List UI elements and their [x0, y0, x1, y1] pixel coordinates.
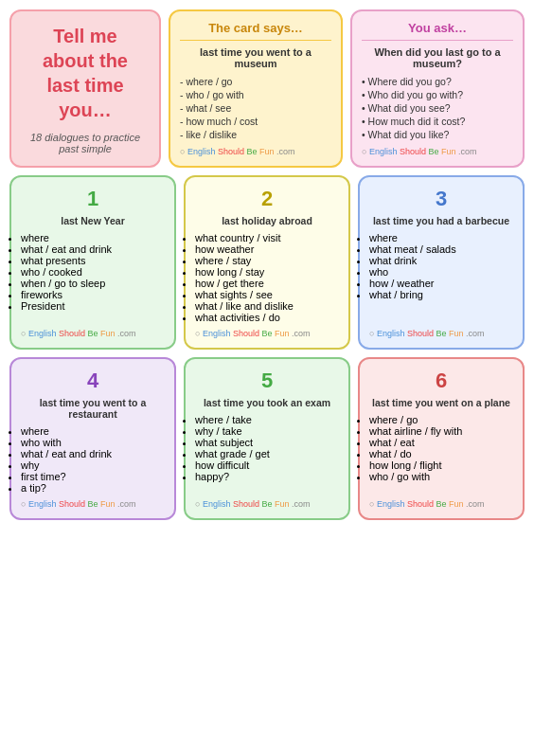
list-item: fireworks [21, 289, 165, 300]
title-text: Tell me about the last time you… [43, 24, 128, 122]
card-3-list: wherewhat meat / saladswhat drinkwhohow … [369, 232, 513, 300]
card-1-title: last New Year [21, 215, 165, 226]
card-2-title: last holiday abroad [195, 215, 339, 226]
list-item: why / take [195, 425, 339, 437]
list-item: how / weather [369, 278, 513, 289]
card-6-list: where / gowhat airline / fly withwhat / … [369, 414, 513, 482]
card-says-brand: ○ English Should Be Fun .com [180, 141, 331, 156]
card-2: 2 last holiday abroad what country / vis… [184, 175, 350, 350]
list-item: where [369, 232, 513, 243]
card-4-brand: ○ English Should Be Fun .com [21, 494, 165, 509]
you-ask-card: You ask… When did you last go to a museu… [350, 9, 525, 168]
you-ask-subtitle: When did you last go to a museum? [362, 46, 513, 69]
list-item: first time? [21, 471, 165, 482]
card-4-title: last time you went to a restaurant [21, 397, 165, 420]
list-item: where [21, 232, 165, 243]
title-subtitle: 18 dialogues to practice past simple [21, 132, 150, 154]
card-4-number: 4 [21, 369, 165, 393]
card-5: 5 last time you took an exam where / tak… [184, 357, 350, 520]
list-item: what / do [369, 448, 513, 459]
card-says-subtitle: last time you went to a museum [180, 46, 331, 69]
middle-row: 1 last New Year wherewhat / eat and drin… [9, 175, 525, 350]
list-item: what / bring [369, 289, 513, 300]
list-item: what subject [195, 437, 339, 448]
list-item: what / eat and drink [21, 448, 165, 459]
card-4-list: wherewho withwhat / eat and drinkwhyfirs… [21, 425, 165, 494]
list-item: what meat / salads [369, 243, 513, 255]
list-item: who / cooked [21, 266, 165, 278]
card-1-list: wherewhat / eat and drinkwhat presentswh… [21, 232, 165, 312]
card-2-list: what country / visithow weatherwhere / s… [195, 232, 339, 323]
list-item: a tip? [21, 482, 165, 494]
list-item: what / eat and drink [21, 243, 165, 255]
you-ask-brand: ○ English Should Be Fun .com [362, 141, 513, 156]
card-4: 4 last time you went to a restaurant whe… [9, 357, 176, 520]
list-item: President [21, 300, 165, 312]
list-item: what / see [180, 101, 331, 115]
list-item: where / take [195, 414, 339, 425]
card-says-list: where / gowho / go withwhat / seehow muc… [180, 75, 331, 141]
list-item: happy? [195, 471, 339, 482]
card-says-header: The card says… [180, 21, 331, 41]
card-3-brand: ○ English Should Be Fun .com [369, 323, 513, 338]
top-row: Tell me about the last time you… 18 dial… [9, 9, 525, 168]
you-ask-list: Where did you go?Who did you go with?Wha… [362, 75, 513, 141]
list-item: how long / flight [369, 459, 513, 471]
card-6: 6 last time you went on a plane where / … [358, 357, 525, 520]
list-item: who [369, 266, 513, 278]
list-item: where / stay [195, 255, 339, 266]
list-item: why [21, 459, 165, 471]
list-item: What did you like? [362, 128, 513, 141]
list-item: when / go to sleep [21, 278, 165, 289]
card-5-number: 5 [195, 369, 339, 393]
list-item: Where did you go? [362, 75, 513, 88]
card-6-number: 6 [369, 369, 513, 393]
list-item: what presents [21, 255, 165, 266]
card-5-title: last time you took an exam [195, 397, 339, 408]
bottom-row: 4 last time you went to a restaurant whe… [9, 357, 525, 520]
title-card: Tell me about the last time you… 18 dial… [9, 9, 161, 168]
list-item: what airline / fly with [369, 425, 513, 437]
card-1-number: 1 [21, 187, 165, 211]
list-item: what sights / see [195, 289, 339, 300]
list-item: who with [21, 437, 165, 448]
card-5-brand: ○ English Should Be Fun .com [195, 494, 339, 509]
list-item: where [21, 425, 165, 437]
you-ask-header: You ask… [362, 21, 513, 41]
list-item: what grade / get [195, 448, 339, 459]
list-item: how long / stay [195, 266, 339, 278]
list-item: who / go with [180, 88, 331, 101]
card-2-brand: ○ English Should Be Fun .com [195, 323, 339, 338]
list-item: how difficult [195, 459, 339, 471]
card-3-number: 3 [369, 187, 513, 211]
list-item: how much / cost [180, 115, 331, 128]
list-item: what / eat [369, 437, 513, 448]
list-item: who / go with [369, 471, 513, 482]
list-item: where / go [180, 75, 331, 88]
list-item: what drink [369, 255, 513, 266]
card-1: 1 last New Year wherewhat / eat and drin… [9, 175, 176, 350]
list-item: what / like and dislike [195, 300, 339, 312]
list-item: what activities / do [195, 312, 339, 323]
list-item: what country / visit [195, 232, 339, 243]
card-3: 3 last time you had a barbecue wherewhat… [358, 175, 525, 350]
list-item: What did you see? [362, 101, 513, 115]
list-item: Who did you go with? [362, 88, 513, 101]
list-item: How much did it cost? [362, 115, 513, 128]
card-3-title: last time you had a barbecue [369, 215, 513, 226]
card-5-list: where / takewhy / takewhat subjectwhat g… [195, 414, 339, 482]
list-item: how weather [195, 243, 339, 255]
card-1-brand: ○ English Should Be Fun .com [21, 323, 165, 338]
list-item: how / get there [195, 278, 339, 289]
card-6-title: last time you went on a plane [369, 397, 513, 408]
list-item: like / dislike [180, 128, 331, 141]
card-says-card: The card says… last time you went to a m… [169, 9, 343, 168]
list-item: where / go [369, 414, 513, 425]
card-6-brand: ○ English Should Be Fun .com [369, 494, 513, 509]
card-2-number: 2 [195, 187, 339, 211]
